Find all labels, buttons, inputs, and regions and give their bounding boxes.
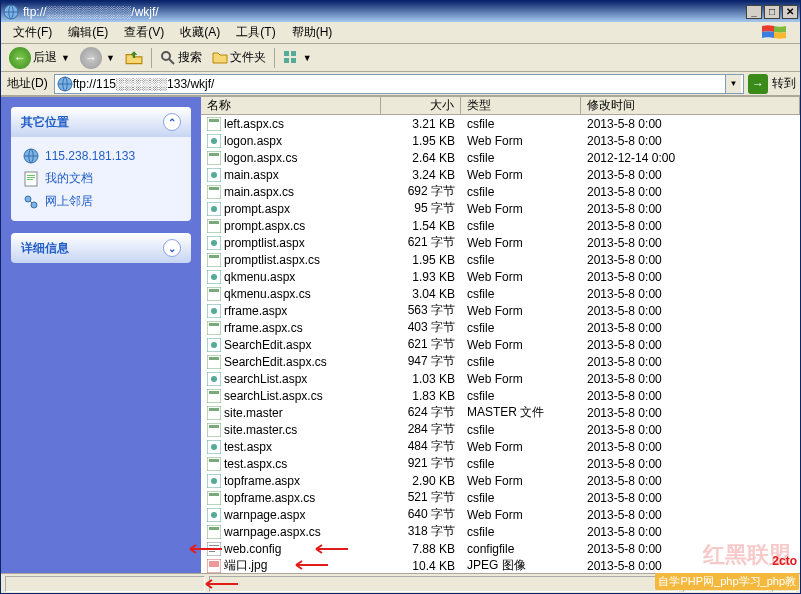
file-icon bbox=[207, 202, 221, 216]
window: ftp://░░░░░░░░░░/wkjf/ _ □ ✕ 文件(F) 编辑(E)… bbox=[0, 0, 801, 594]
menu-favorites[interactable]: 收藏(A) bbox=[172, 21, 228, 44]
file-name: 端口.jpg bbox=[224, 557, 267, 573]
folders-button[interactable]: 文件夹 bbox=[208, 47, 270, 68]
file-date: 2013-5-8 0:00 bbox=[581, 491, 800, 505]
file-size: 318 字节 bbox=[381, 523, 461, 540]
file-name: logon.aspx bbox=[224, 134, 282, 148]
file-type: Web Form bbox=[461, 474, 581, 488]
chevron-down-icon[interactable]: ▼ bbox=[61, 53, 70, 63]
address-input[interactable] bbox=[73, 77, 725, 91]
titlebar[interactable]: ftp://░░░░░░░░░░/wkjf/ _ □ ✕ bbox=[1, 1, 800, 22]
col-date[interactable]: 修改时间 bbox=[581, 97, 800, 114]
folder-up-icon bbox=[125, 49, 143, 67]
file-size: 1.95 KB bbox=[381, 134, 461, 148]
file-row[interactable]: site.master.cs284 字节csfile2013-5-8 0:00 bbox=[201, 421, 800, 438]
file-type: csfile bbox=[461, 185, 581, 199]
file-date: 2013-5-8 0:00 bbox=[581, 474, 800, 488]
menu-tools[interactable]: 工具(T) bbox=[228, 21, 283, 44]
file-row[interactable]: qkmenu.aspx1.93 KBWeb Form2013-5-8 0:00 bbox=[201, 268, 800, 285]
file-icon bbox=[207, 491, 221, 505]
file-name: test.aspx.cs bbox=[224, 457, 287, 471]
file-row[interactable]: warnpage.aspx640 字节Web Form2013-5-8 0:00 bbox=[201, 506, 800, 523]
file-row[interactable]: logon.aspx.cs2.64 KBcsfile2012-12-14 0:0… bbox=[201, 149, 800, 166]
file-row[interactable]: main.aspx3.24 KBWeb Form2013-5-8 0:00 bbox=[201, 166, 800, 183]
file-icon bbox=[207, 542, 221, 556]
file-rows[interactable]: left.aspx.cs3.21 KBcsfile2013-5-8 0:00lo… bbox=[201, 115, 800, 573]
forward-button[interactable]: → ▼ bbox=[76, 45, 119, 71]
col-name[interactable]: 名称 bbox=[201, 97, 381, 114]
other-locations-panel: 其它位置 ⌃ 115.238.181.133 我的文档 网上邻居 bbox=[11, 107, 191, 221]
close-button[interactable]: ✕ bbox=[782, 5, 798, 19]
file-size: 2.64 KB bbox=[381, 151, 461, 165]
address-combo[interactable]: ▼ bbox=[54, 74, 744, 94]
sidebar-item-mydocs[interactable]: 我的文档 bbox=[23, 167, 179, 190]
menu-view[interactable]: 查看(V) bbox=[116, 21, 172, 44]
menu-help[interactable]: 帮助(H) bbox=[284, 21, 341, 44]
file-row[interactable]: promptlist.aspx621 字节Web Form2013-5-8 0:… bbox=[201, 234, 800, 251]
file-row[interactable]: test.aspx484 字节Web Form2013-5-8 0:00 bbox=[201, 438, 800, 455]
footer-link[interactable]: 自学PHP网_php学习_php教 bbox=[655, 573, 799, 590]
up-button[interactable] bbox=[121, 47, 147, 69]
maximize-button[interactable]: □ bbox=[764, 5, 780, 19]
file-size: 1.54 KB bbox=[381, 219, 461, 233]
col-type[interactable]: 类型 bbox=[461, 97, 581, 114]
file-icon bbox=[207, 338, 221, 352]
file-row[interactable]: SearchEdit.aspx621 字节Web Form2013-5-8 0:… bbox=[201, 336, 800, 353]
file-name: topframe.aspx bbox=[224, 474, 300, 488]
collapse-icon[interactable]: ⌃ bbox=[163, 113, 181, 131]
search-button[interactable]: 搜索 bbox=[156, 47, 206, 68]
views-button[interactable]: ▼ bbox=[279, 48, 316, 68]
file-row[interactable]: main.aspx.cs692 字节csfile2013-5-8 0:00 bbox=[201, 183, 800, 200]
file-row[interactable]: site.master624 字节MASTER 文件2013-5-8 0:00 bbox=[201, 404, 800, 421]
go-button[interactable]: → bbox=[748, 74, 768, 94]
file-icon bbox=[207, 321, 221, 335]
file-icon bbox=[207, 117, 221, 131]
sidebar-item-server[interactable]: 115.238.181.133 bbox=[23, 145, 179, 167]
file-row[interactable]: qkmenu.aspx.cs3.04 KBcsfile2013-5-8 0:00 bbox=[201, 285, 800, 302]
file-row[interactable]: rframe.aspx563 字节Web Form2013-5-8 0:00 bbox=[201, 302, 800, 319]
chevron-down-icon[interactable]: ▼ bbox=[106, 53, 115, 63]
file-row[interactable]: SearchEdit.aspx.cs947 字节csfile2013-5-8 0… bbox=[201, 353, 800, 370]
file-type: csfile bbox=[461, 355, 581, 369]
file-row[interactable]: rframe.aspx.cs403 字节csfile2013-5-8 0:00 bbox=[201, 319, 800, 336]
file-row[interactable]: promptlist.aspx.cs1.95 KBcsfile2013-5-8 … bbox=[201, 251, 800, 268]
panel-title: 详细信息 bbox=[21, 240, 69, 257]
file-name: left.aspx.cs bbox=[224, 117, 284, 131]
file-row[interactable]: prompt.aspx95 字节Web Form2013-5-8 0:00 bbox=[201, 200, 800, 217]
back-button[interactable]: ← 后退 ▼ bbox=[5, 45, 74, 71]
file-icon bbox=[207, 474, 221, 488]
address-bar: 地址(D) ▼ → 转到 bbox=[1, 72, 800, 96]
file-date: 2013-5-8 0:00 bbox=[581, 185, 800, 199]
file-icon bbox=[207, 287, 221, 301]
file-row[interactable]: warnpage.aspx.cs318 字节csfile2013-5-8 0:0… bbox=[201, 523, 800, 540]
file-icon bbox=[207, 406, 221, 420]
file-type: csfile bbox=[461, 389, 581, 403]
sidebar-item-network[interactable]: 网上邻居 bbox=[23, 190, 179, 213]
file-size: 2.90 KB bbox=[381, 474, 461, 488]
menu-edit[interactable]: 编辑(E) bbox=[60, 21, 116, 44]
file-type: csfile bbox=[461, 151, 581, 165]
file-size: 284 字节 bbox=[381, 421, 461, 438]
file-row[interactable]: topframe.aspx2.90 KBWeb Form2013-5-8 0:0… bbox=[201, 472, 800, 489]
file-row[interactable]: topframe.aspx.cs521 字节csfile2013-5-8 0:0… bbox=[201, 489, 800, 506]
minimize-button[interactable]: _ bbox=[746, 5, 762, 19]
file-type: csfile bbox=[461, 117, 581, 131]
file-row[interactable]: searchList.aspx.cs1.83 KBcsfile2013-5-8 … bbox=[201, 387, 800, 404]
other-locations-header[interactable]: 其它位置 ⌃ bbox=[11, 107, 191, 137]
file-type: csfile bbox=[461, 491, 581, 505]
expand-icon[interactable]: ⌄ bbox=[163, 239, 181, 257]
file-row[interactable]: prompt.aspx.cs1.54 KBcsfile2013-5-8 0:00 bbox=[201, 217, 800, 234]
file-row[interactable]: left.aspx.cs3.21 KBcsfile2013-5-8 0:00 bbox=[201, 115, 800, 132]
file-size: 921 字节 bbox=[381, 455, 461, 472]
file-icon bbox=[207, 185, 221, 199]
address-dropdown[interactable]: ▼ bbox=[725, 75, 741, 93]
menu-file[interactable]: 文件(F) bbox=[5, 21, 60, 44]
details-header[interactable]: 详细信息 ⌄ bbox=[11, 233, 191, 263]
file-row[interactable]: logon.aspx1.95 KBWeb Form2013-5-8 0:00 bbox=[201, 132, 800, 149]
chevron-down-icon[interactable]: ▼ bbox=[303, 53, 312, 63]
col-size[interactable]: 大小 bbox=[381, 97, 461, 114]
watermark: 红黑联盟 bbox=[703, 540, 791, 570]
file-row[interactable]: test.aspx.cs921 字节csfile2013-5-8 0:00 bbox=[201, 455, 800, 472]
file-row[interactable]: searchList.aspx1.03 KBWeb Form2013-5-8 0… bbox=[201, 370, 800, 387]
file-name: qkmenu.aspx.cs bbox=[224, 287, 311, 301]
